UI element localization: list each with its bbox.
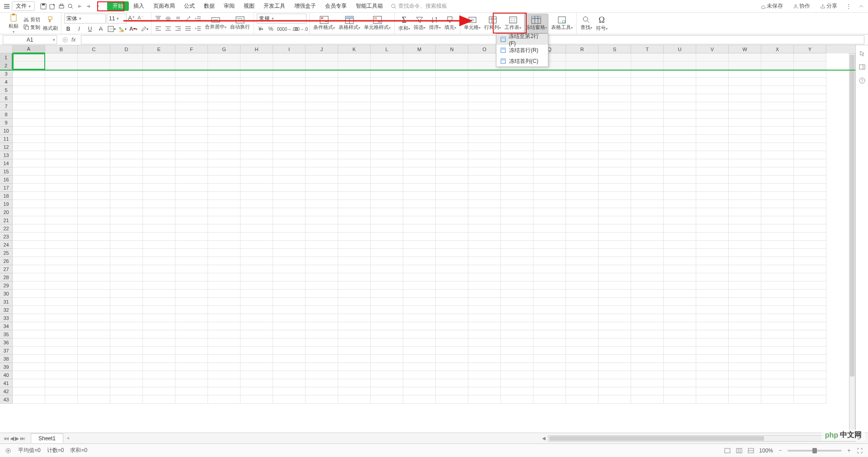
row-header[interactable]: 38 bbox=[0, 355, 13, 363]
cell[interactable] bbox=[371, 159, 403, 167]
cell[interactable] bbox=[403, 330, 436, 338]
v-scroll-thumb[interactable] bbox=[850, 55, 854, 376]
cell[interactable] bbox=[143, 127, 175, 135]
cell[interactable] bbox=[403, 62, 436, 70]
cell[interactable] bbox=[664, 241, 696, 249]
ribbon-tab-7[interactable]: 开发工具 bbox=[259, 1, 290, 11]
cell[interactable] bbox=[338, 159, 371, 167]
cell[interactable] bbox=[403, 53, 436, 62]
cell[interactable] bbox=[175, 86, 208, 94]
cell[interactable] bbox=[241, 371, 273, 379]
cell[interactable] bbox=[533, 306, 566, 314]
cell[interactable] bbox=[273, 257, 306, 265]
cell[interactable] bbox=[403, 159, 436, 167]
cell[interactable] bbox=[696, 379, 729, 387]
cell[interactable] bbox=[631, 273, 664, 281]
cell[interactable] bbox=[273, 330, 306, 338]
cell[interactable] bbox=[599, 330, 631, 338]
cell[interactable] bbox=[338, 330, 371, 338]
cell[interactable] bbox=[208, 216, 241, 224]
cell[interactable] bbox=[110, 395, 143, 404]
cell[interactable] bbox=[468, 355, 501, 363]
cell[interactable] bbox=[338, 338, 371, 347]
cell[interactable] bbox=[143, 94, 175, 102]
cell[interactable] bbox=[78, 135, 110, 143]
cell[interactable] bbox=[664, 265, 696, 273]
cell[interactable] bbox=[273, 143, 306, 151]
cell[interactable] bbox=[338, 119, 371, 127]
cell[interactable] bbox=[306, 53, 338, 62]
cell[interactable] bbox=[696, 241, 729, 249]
cell[interactable] bbox=[696, 167, 729, 176]
cell[interactable] bbox=[371, 62, 403, 70]
cell[interactable] bbox=[664, 281, 696, 290]
cell[interactable] bbox=[110, 78, 143, 86]
cell[interactable] bbox=[78, 298, 110, 306]
strike-icon[interactable]: A bbox=[97, 25, 105, 33]
cell[interactable] bbox=[566, 184, 599, 192]
cell[interactable] bbox=[78, 192, 110, 200]
cell[interactable] bbox=[208, 363, 241, 371]
cell[interactable] bbox=[794, 273, 826, 281]
cell[interactable] bbox=[338, 273, 371, 281]
cell[interactable] bbox=[338, 347, 371, 355]
cell[interactable] bbox=[110, 241, 143, 249]
cell[interactable] bbox=[599, 257, 631, 265]
cell[interactable] bbox=[436, 338, 468, 347]
cell[interactable] bbox=[273, 94, 306, 102]
ribbon-tab-8[interactable]: 增强盒子 bbox=[290, 1, 321, 11]
cell[interactable] bbox=[143, 281, 175, 290]
cell[interactable] bbox=[696, 233, 729, 241]
cell[interactable] bbox=[533, 86, 566, 94]
col-header[interactable]: A bbox=[13, 45, 45, 53]
cell[interactable] bbox=[794, 395, 826, 404]
cell[interactable] bbox=[241, 110, 273, 119]
cell[interactable] bbox=[371, 127, 403, 135]
cell[interactable] bbox=[13, 70, 45, 78]
collab-button[interactable]: 协作 bbox=[790, 1, 813, 11]
cell[interactable] bbox=[501, 119, 533, 127]
cell[interactable] bbox=[45, 249, 78, 257]
cell[interactable] bbox=[110, 330, 143, 338]
cell[interactable] bbox=[533, 233, 566, 241]
ribbon-tab-1[interactable]: 插入 bbox=[129, 1, 149, 11]
cell[interactable] bbox=[501, 314, 533, 322]
cell[interactable] bbox=[631, 78, 664, 86]
cell[interactable] bbox=[696, 127, 729, 135]
cell[interactable] bbox=[175, 306, 208, 314]
cell[interactable] bbox=[794, 241, 826, 249]
cell[interactable] bbox=[729, 62, 761, 70]
cell[interactable] bbox=[143, 363, 175, 371]
cell[interactable] bbox=[208, 347, 241, 355]
cell[interactable] bbox=[13, 53, 45, 62]
cell[interactable] bbox=[13, 200, 45, 208]
cell[interactable] bbox=[729, 233, 761, 241]
cell[interactable] bbox=[729, 159, 761, 167]
cell[interactable] bbox=[468, 216, 501, 224]
cell[interactable] bbox=[794, 70, 826, 78]
cell[interactable] bbox=[533, 143, 566, 151]
cell[interactable] bbox=[371, 94, 403, 102]
cell[interactable] bbox=[533, 110, 566, 119]
cell[interactable] bbox=[306, 216, 338, 224]
row-header[interactable]: 13 bbox=[0, 151, 13, 159]
cell[interactable] bbox=[403, 119, 436, 127]
cell[interactable] bbox=[273, 306, 306, 314]
cell[interactable] bbox=[761, 110, 794, 119]
cell[interactable] bbox=[794, 167, 826, 176]
cell[interactable] bbox=[241, 395, 273, 404]
cell[interactable] bbox=[696, 265, 729, 273]
cell[interactable] bbox=[436, 94, 468, 102]
cell[interactable] bbox=[599, 387, 631, 395]
col-header[interactable]: X bbox=[761, 45, 794, 53]
cell[interactable] bbox=[143, 314, 175, 322]
cell[interactable] bbox=[13, 314, 45, 322]
cell[interactable] bbox=[143, 355, 175, 363]
cell[interactable] bbox=[794, 208, 826, 216]
cell[interactable] bbox=[696, 257, 729, 265]
ribbon-tab-2[interactable]: 页面布局 bbox=[149, 1, 179, 11]
cell[interactable] bbox=[403, 395, 436, 404]
cell[interactable] bbox=[501, 86, 533, 94]
cell[interactable] bbox=[241, 363, 273, 371]
row-header[interactable]: 41 bbox=[0, 379, 13, 387]
